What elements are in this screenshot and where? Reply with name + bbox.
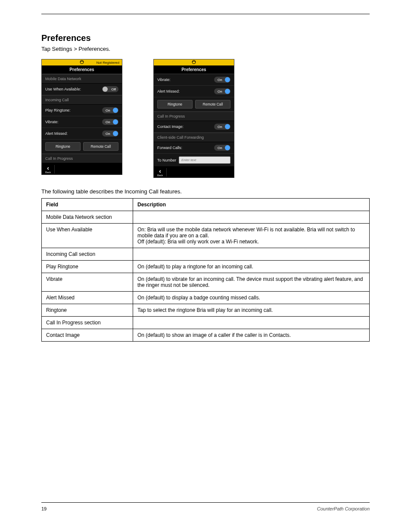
table-row: Use When AvailableOn: Bria will use the … xyxy=(42,224,370,248)
back-label: Back xyxy=(157,174,163,177)
toggle-knob xyxy=(225,124,230,129)
setting-label: Vibrate: xyxy=(157,78,171,82)
footer-brand: CounterPath Corporation xyxy=(317,506,370,511)
status-text: Not Registered xyxy=(97,61,119,65)
section-heading: Mobile Data Network xyxy=(42,74,122,84)
setting-row: To Number xyxy=(154,154,234,166)
toggle-switch[interactable]: On xyxy=(102,107,118,113)
back-button[interactable]: ‹ Back xyxy=(45,165,55,174)
toggle-switch[interactable]: On xyxy=(214,88,230,94)
to-number-input[interactable] xyxy=(179,156,230,164)
setting-label: Alert Missed: xyxy=(45,131,68,136)
table-row: Contact ImageOn (default) to show an ima… xyxy=(42,329,370,342)
setting-label: Vibrate: xyxy=(45,120,59,124)
section-title: Preferences xyxy=(41,33,370,43)
setting-label: To Number xyxy=(157,158,176,162)
cell-field: Vibrate xyxy=(42,273,133,292)
toggle-knob xyxy=(225,89,230,94)
cell-description: On (default) to vibrate for an incoming … xyxy=(133,273,370,292)
toggle-knob xyxy=(113,108,118,113)
table-row: Call In Progress section xyxy=(42,317,370,329)
table-row: RingtoneTap to select the ringtone Bria … xyxy=(42,304,370,317)
table-row: Alert MissedOn (default) to display a ba… xyxy=(42,292,370,304)
setting-row[interactable]: Contact Image: On xyxy=(154,121,234,133)
remote-call-button[interactable]: Remote Call xyxy=(195,100,230,109)
remote-call-button[interactable]: Remote Call xyxy=(83,142,118,151)
section-heading: Incoming Call xyxy=(42,95,122,105)
cell-description: Tap to select the ringtone Bria will pla… xyxy=(133,304,370,317)
page-number: 19 xyxy=(41,506,47,511)
ringtone-button[interactable]: Ringtone xyxy=(157,100,193,109)
toggle-switch[interactable]: On xyxy=(214,77,230,83)
button-row: Ringtone Remote Call xyxy=(42,140,122,154)
col-description: Description xyxy=(133,199,370,211)
table-intro: The following table describes the Incomi… xyxy=(41,188,370,195)
svg-point-0 xyxy=(80,60,84,64)
table-row: Mobile Data Network section xyxy=(42,211,370,224)
back-label: Back xyxy=(45,171,51,174)
cell-description: On (default) to show an image of a calle… xyxy=(133,329,370,342)
status-bar xyxy=(154,59,234,65)
table-row: Incoming Call section xyxy=(42,248,370,261)
toggle-knob xyxy=(113,119,118,124)
cell-description xyxy=(133,248,370,261)
toggle-knob xyxy=(113,131,118,136)
section-heading: Call In Progress xyxy=(42,154,122,163)
chevron-left-icon: ‹ xyxy=(159,168,161,174)
setting-row[interactable]: Forward Calls: On xyxy=(154,142,234,154)
header-rule xyxy=(41,14,370,14)
svg-point-1 xyxy=(192,60,196,64)
nav-footer: ‹ Back xyxy=(42,163,122,174)
setting-label: Use When Avaliable: xyxy=(45,87,81,91)
toggle-switch[interactable]: On xyxy=(214,145,230,151)
cell-field: Call In Progress section xyxy=(42,317,133,329)
toggle-knob xyxy=(225,77,230,82)
cell-description: On (default) to display a badge counting… xyxy=(133,292,370,304)
features-table: Field Description Mobile Data Network se… xyxy=(41,198,370,342)
toggle-knob xyxy=(225,145,230,150)
app-icon xyxy=(191,60,196,65)
section-subtitle: Tap Settings > Preferences. xyxy=(41,46,370,52)
setting-label: Forward Calls: xyxy=(157,146,182,150)
cell-description xyxy=(133,317,370,329)
cell-field: Contact Image xyxy=(42,329,133,342)
screen-title: Preferences xyxy=(154,65,234,74)
col-field: Field xyxy=(42,199,133,211)
setting-label: Contact Image: xyxy=(157,124,184,129)
setting-label: Play Ringtone: xyxy=(45,108,71,112)
setting-row[interactable]: Use When Avaliable: Off xyxy=(42,84,122,95)
screen-title: Preferences xyxy=(42,65,122,74)
toggle-switch[interactable]: Off xyxy=(102,86,118,92)
setting-row[interactable]: Alert Missed: On xyxy=(154,86,234,97)
cell-field: Ringtone xyxy=(42,304,133,317)
section-heading: Client-side Call Forwarding xyxy=(154,133,234,142)
chevron-left-icon: ‹ xyxy=(47,165,49,171)
setting-row[interactable]: Vibrate: On xyxy=(154,74,234,86)
nav-footer: ‹ Back xyxy=(154,166,234,177)
table-header-row: Field Description xyxy=(42,199,370,211)
cell-field: Use When Available xyxy=(42,224,133,248)
status-bar: Not Registered xyxy=(42,59,122,65)
cell-field: Mobile Data Network section xyxy=(42,211,133,224)
button-row: Ringtone Remote Call xyxy=(154,97,234,112)
ringtone-button[interactable]: Ringtone xyxy=(45,142,81,151)
setting-row[interactable]: Vibrate: On xyxy=(42,116,122,128)
setting-label: Alert Missed: xyxy=(157,89,180,93)
toggle-knob xyxy=(103,87,108,92)
footer-rule xyxy=(41,502,370,503)
app-icon xyxy=(79,60,84,65)
screenshot-right: Preferences Vibrate: On Alert Missed: On… xyxy=(153,59,234,178)
setting-row[interactable]: Alert Missed: On xyxy=(42,128,122,140)
toggle-switch[interactable]: On xyxy=(102,131,118,137)
cell-field: Alert Missed xyxy=(42,292,133,304)
setting-row[interactable]: Play Ringtone: On xyxy=(42,105,122,116)
cell-description: On (default) to play a ringtone for an i… xyxy=(133,261,370,273)
section-heading: Call In Progress xyxy=(154,112,234,121)
toggle-switch[interactable]: On xyxy=(102,119,118,125)
cell-field: Incoming Call section xyxy=(42,248,133,261)
table-row: VibrateOn (default) to vibrate for an in… xyxy=(42,273,370,292)
toggle-switch[interactable]: On xyxy=(214,124,230,130)
back-button[interactable]: ‹ Back xyxy=(157,168,167,177)
cell-description: On: Bria will use the mobile data networ… xyxy=(133,224,370,248)
screenshot-left: Not Registered Preferences Mobile Data N… xyxy=(41,59,122,175)
